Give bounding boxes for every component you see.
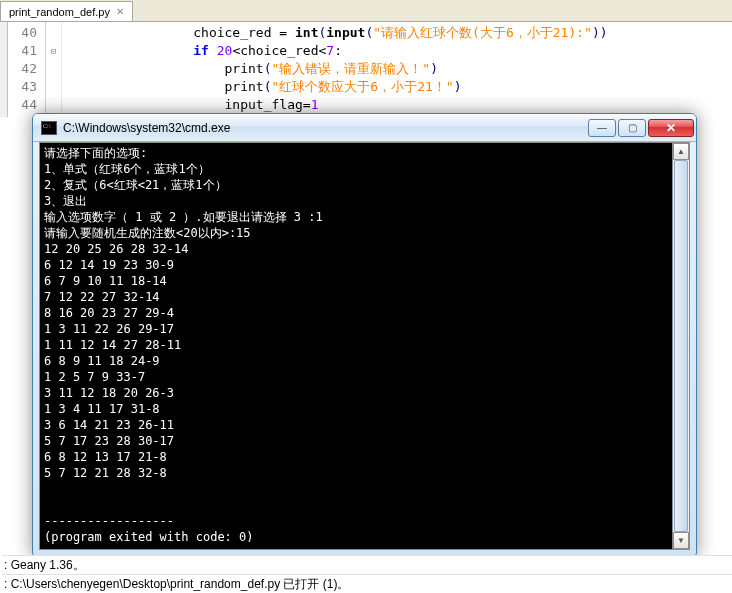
close-icon[interactable]: ✕	[116, 6, 124, 17]
scroll-track[interactable]	[673, 160, 689, 532]
minimize-button[interactable]: —	[588, 119, 616, 137]
status-line-1: : Geany 1.36。	[2, 555, 732, 574]
console-text: 请选择下面的选项: 1、单式（红球6个，蓝球1个） 2、复式（6<红球<21，蓝…	[44, 146, 323, 544]
code-editor[interactable]: 40 41 42 43 44 ⊟ choice_red = int(input(…	[0, 22, 732, 117]
line-numbers: 40 41 42 43 44	[8, 22, 46, 117]
code-content[interactable]: choice_red = int(input("请输入红球个数(大于6，小于21…	[62, 22, 732, 117]
cmd-icon	[41, 121, 57, 135]
status-line-2: : C:\Users\chenyegen\Desktop\print_rando…	[2, 574, 732, 593]
left-margin	[0, 22, 8, 117]
tab-filename: print_random_def.py	[9, 6, 110, 18]
maximize-button[interactable]: ▢	[618, 119, 646, 137]
close-button[interactable]: ✕	[648, 119, 694, 137]
file-tab[interactable]: print_random_def.py ✕	[0, 1, 133, 21]
status-area: : Geany 1.36。 : C:\Users\chenyegen\Deskt…	[2, 555, 732, 593]
scrollbar[interactable]: ▲ ▼	[672, 143, 689, 549]
scroll-down-icon[interactable]: ▼	[673, 532, 689, 549]
console-output[interactable]: 请选择下面的选项: 1、单式（红球6个，蓝球1个） 2、复式（6<红球<21，蓝…	[40, 143, 689, 549]
window-title: C:\Windows\system32\cmd.exe	[63, 121, 586, 135]
fold-marker-icon[interactable]: ⊟	[46, 42, 61, 60]
cmd-window: C:\Windows\system32\cmd.exe — ▢ ✕ 请选择下面的…	[32, 113, 697, 557]
fold-column[interactable]: ⊟	[46, 22, 62, 117]
tab-strip: print_random_def.py ✕	[0, 0, 732, 22]
scroll-thumb[interactable]	[674, 160, 688, 532]
scroll-up-icon[interactable]: ▲	[673, 143, 689, 160]
titlebar[interactable]: C:\Windows\system32\cmd.exe — ▢ ✕	[33, 114, 696, 142]
